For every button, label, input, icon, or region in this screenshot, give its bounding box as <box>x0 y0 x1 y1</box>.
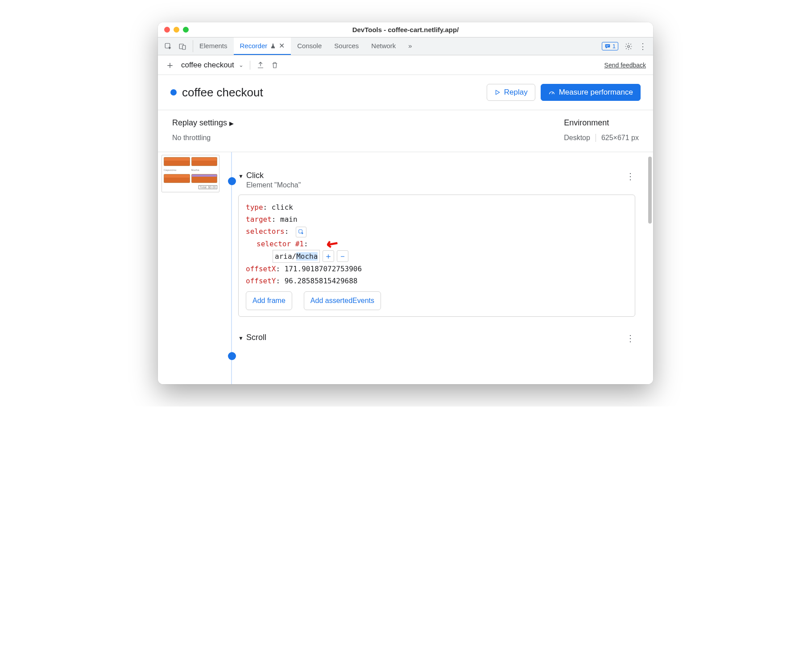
timeline-rail <box>225 152 238 384</box>
kebab-icon[interactable]: ⋮ <box>626 333 635 344</box>
kebab-icon[interactable]: ⋮ <box>639 41 647 51</box>
environment-device: Desktop <box>564 134 590 142</box>
play-icon <box>494 89 501 95</box>
svg-rect-4 <box>606 46 608 46</box>
device-toggle-icon[interactable] <box>178 42 186 50</box>
kebab-icon[interactable]: ⋮ <box>626 171 635 182</box>
caret-down-icon[interactable]: ▼ <box>238 173 244 179</box>
recording-select[interactable]: coffee checkout ⌄ <box>181 61 250 70</box>
environment-dimensions: 625×671 px <box>596 134 639 142</box>
tab-console[interactable]: Console <box>291 37 328 55</box>
tab-elements[interactable]: Elements <box>193 37 234 55</box>
recording-title: coffee checkout <box>182 86 263 100</box>
export-icon[interactable] <box>257 61 265 69</box>
add-frame-button[interactable]: Add frame <box>246 291 292 310</box>
devtools-window: DevTools - coffee-cart.netlify.app/ Elem… <box>158 22 653 384</box>
replay-button[interactable]: Replay <box>487 84 535 101</box>
chat-icon <box>604 43 611 50</box>
timeline-dot[interactable] <box>228 352 236 360</box>
measure-performance-button[interactable]: Measure performance <box>541 84 641 101</box>
gear-icon[interactable] <box>625 42 633 50</box>
trash-icon[interactable] <box>271 61 279 69</box>
selector-input[interactable]: aria/Mocha <box>273 250 320 263</box>
remove-selector-button[interactable]: － <box>337 250 348 262</box>
step-subtitle: Element "Mocha" <box>246 181 301 189</box>
svg-point-5 <box>628 45 630 47</box>
tab-network[interactable]: Network <box>365 37 402 55</box>
replay-settings-row: Replay settings ▶ No throttling Environm… <box>158 110 653 152</box>
chevron-down-icon: ⌄ <box>239 62 244 68</box>
timeline-dot[interactable] <box>228 177 236 185</box>
step-title: Scroll <box>246 333 266 342</box>
scrollbar-thumb[interactable] <box>648 157 652 224</box>
chevron-right-icon: ▶ <box>229 120 234 127</box>
send-feedback-link[interactable]: Send feedback <box>604 62 646 69</box>
tab-sources[interactable]: Sources <box>328 37 365 55</box>
replay-settings-toggle[interactable]: Replay settings ▶ <box>172 118 234 128</box>
recording-status-dot <box>170 89 177 95</box>
gauge-icon <box>548 89 555 96</box>
window-title: DevTools - coffee-cart.netlify.app/ <box>158 26 653 33</box>
step-scroll: ▼ Scroll ⋮ <box>238 333 635 344</box>
titlebar: DevTools - coffee-cart.netlify.app/ <box>158 22 653 37</box>
step-thumbnail: CapuccinoMocha Total: $0.00 <box>161 155 219 192</box>
svg-rect-3 <box>606 45 609 46</box>
recording-header: coffee checkout Replay Measure performan… <box>158 75 653 110</box>
svg-rect-2 <box>182 45 186 49</box>
throttling-value: No throttling <box>172 134 234 142</box>
caret-down-icon[interactable]: ▼ <box>238 335 244 341</box>
devtools-tabstrip: Elements Recorder ✕ Console Sources Netw… <box>158 37 653 55</box>
environment-header: Environment <box>564 118 639 128</box>
recorder-toolbar: ＋ coffee checkout ⌄ Send feedback <box>158 55 653 75</box>
step-title: Click <box>246 171 301 180</box>
tab-recorder[interactable]: Recorder ✕ <box>234 37 291 55</box>
inspect-icon[interactable] <box>164 42 172 50</box>
timeline: CapuccinoMocha Total: $0.00 ▼ Click Elem… <box>158 152 653 384</box>
new-recording-button[interactable]: ＋ <box>165 58 175 72</box>
thumbnail-column: CapuccinoMocha Total: $0.00 <box>158 152 225 384</box>
tab-overflow[interactable]: » <box>402 37 418 55</box>
add-asserted-events-button[interactable]: Add assertedEvents <box>304 291 381 310</box>
issues-badge[interactable]: 1 <box>602 42 618 50</box>
step-details-box: ↙ type: click target: main selectors: se… <box>238 195 635 317</box>
step-click: ▼ Click Element "Mocha" ⋮ ↙ type: click … <box>238 171 635 317</box>
experiment-icon <box>270 43 276 49</box>
close-tab-icon[interactable]: ✕ <box>279 41 285 50</box>
selector-picker-button[interactable] <box>296 227 306 237</box>
